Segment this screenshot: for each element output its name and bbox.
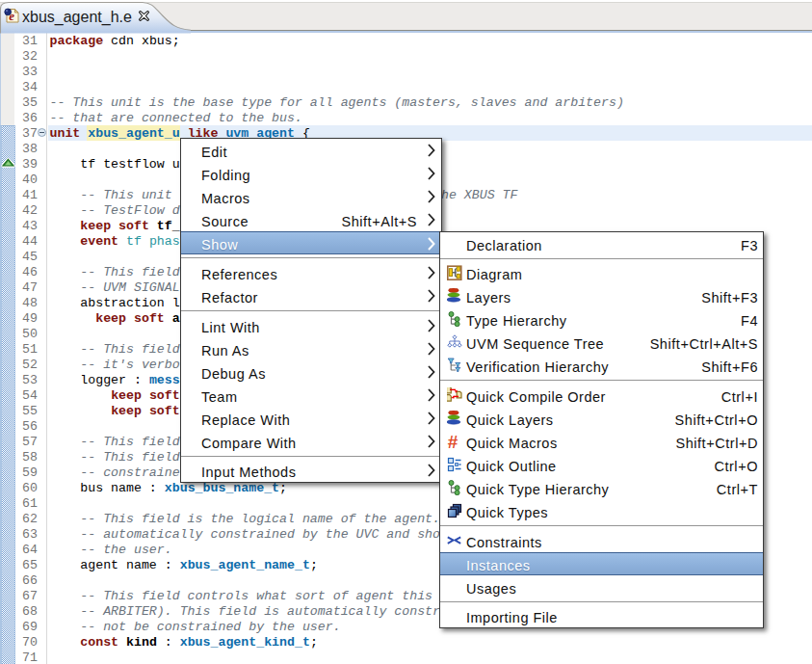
svg-text:#: # xyxy=(448,434,458,449)
